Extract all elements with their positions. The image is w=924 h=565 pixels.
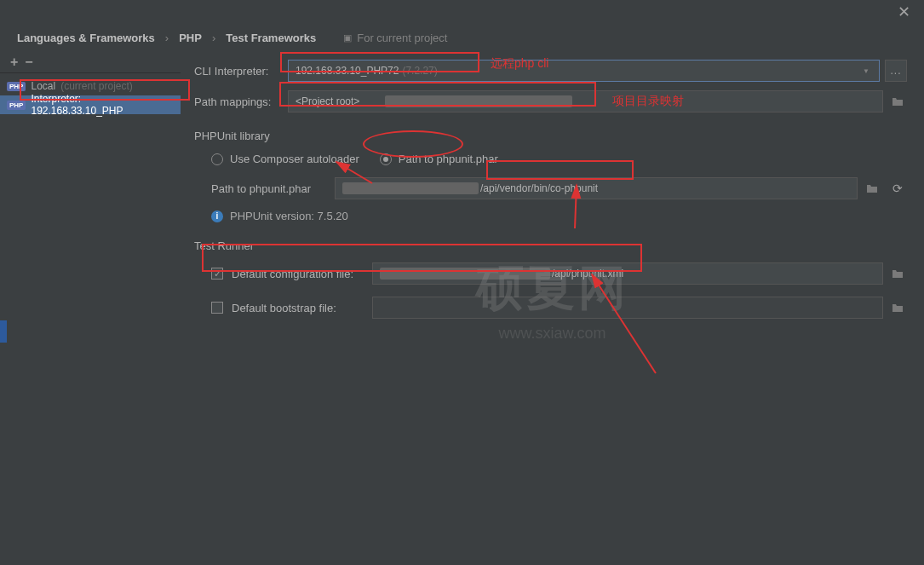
- php-badge-icon: PHP: [7, 101, 26, 110]
- sidebar-item-interpreter[interactable]: PHP Interpreter: 192.168.33.10_PHP: [0, 95, 181, 114]
- breadcrumb: Languages & Frameworks › PHP › Test Fram…: [0, 24, 924, 51]
- add-button[interactable]: +: [10, 55, 18, 70]
- folder-icon[interactable]: [888, 264, 907, 283]
- breadcrumb-languages[interactable]: Languages & Frameworks: [17, 32, 155, 44]
- main-panel: CLI Interpreter: 192.168.33.10_PHP72 (7.…: [181, 51, 924, 565]
- default-bootstrap-label: Default bootstrap file:: [232, 302, 372, 314]
- radio-label: Use Composer autoloader: [230, 153, 359, 165]
- default-config-value: /api/phpunit.xml: [552, 268, 623, 280]
- cli-interpreter-version: (7.2.27): [402, 65, 437, 77]
- cli-interpreter-value: 192.168.33.10_PHP72: [296, 65, 399, 77]
- browse-button[interactable]: ...: [885, 60, 907, 82]
- default-config-input[interactable]: /api/phpunit.xml: [372, 262, 883, 285]
- folder-icon[interactable]: [888, 92, 907, 111]
- radio-composer-autoloader[interactable]: Use Composer autoloader: [211, 153, 359, 165]
- folder-icon[interactable]: [888, 298, 907, 317]
- path-mappings-input[interactable]: <Project root>: [288, 90, 883, 112]
- close-icon[interactable]: ✕: [891, 3, 917, 21]
- radio-icon: [211, 153, 223, 165]
- project-icon: ▣: [343, 32, 352, 43]
- path-mappings-label: Path mappings:: [194, 95, 288, 108]
- radio-label: Path to phpunit.phar: [399, 153, 498, 165]
- phpunit-library-title: PHPUnit library: [194, 130, 907, 142]
- breadcrumb-sep: ›: [212, 32, 215, 44]
- phar-path-label: Path to phpunit.phar: [211, 182, 335, 195]
- folder-icon[interactable]: [863, 179, 881, 198]
- info-icon: i: [211, 210, 223, 222]
- redacted-text: [385, 95, 572, 107]
- default-config-checkbox[interactable]: [211, 268, 223, 280]
- phar-path-input[interactable]: /api/vendor/bin/co-phpunit: [335, 177, 858, 199]
- cli-interpreter-label: CLI Interpreter:: [194, 65, 288, 78]
- test-runner-title: Test Runner: [194, 239, 907, 252]
- phpunit-version-label: PHPUnit version: 7.5.20: [230, 210, 348, 222]
- titlebar: ✕: [0, 0, 924, 24]
- chevron-down-icon: ▼: [860, 65, 872, 77]
- project-hint: ▣ For current project: [343, 32, 447, 44]
- breadcrumb-testframeworks[interactable]: Test Frameworks: [226, 32, 316, 44]
- blue-side-strip: [0, 320, 7, 343]
- sidebar-item-label: Local: [31, 80, 55, 92]
- sidebar-item-label: Interpreter: 192.168.33.10_PHP: [31, 93, 174, 117]
- default-config-label: Default configuration file:: [232, 268, 372, 280]
- default-bootstrap-checkbox[interactable]: [211, 302, 223, 314]
- breadcrumb-php[interactable]: PHP: [179, 32, 202, 44]
- phpunit-version-info: i PHPUnit version: 7.5.20: [211, 210, 907, 222]
- project-hint-label: For current project: [357, 32, 447, 44]
- path-mappings-value: <Project root>: [296, 95, 359, 107]
- breadcrumb-sep: ›: [165, 32, 169, 44]
- sidebar-item-hint: (current project): [60, 80, 133, 92]
- redacted-text: [342, 182, 479, 194]
- refresh-icon[interactable]: ⟳: [888, 179, 907, 198]
- redacted-text: [380, 268, 550, 280]
- php-badge-icon: PHP: [7, 82, 26, 91]
- watermark-url: www.sxiaw.com: [476, 325, 629, 343]
- sidebar-toolbar: + −: [0, 51, 181, 73]
- sidebar: + − PHP Local (current project) PHP Inte…: [0, 51, 181, 565]
- radio-icon: [380, 153, 392, 165]
- sidebar-tree: PHP Local (current project) PHP Interpre…: [0, 73, 181, 565]
- cli-interpreter-dropdown[interactable]: 192.168.33.10_PHP72 (7.2.27) ▼: [288, 60, 880, 82]
- default-bootstrap-input[interactable]: [372, 297, 883, 319]
- radio-phpunit-phar[interactable]: Path to phpunit.phar: [380, 153, 498, 165]
- remove-button[interactable]: −: [25, 55, 32, 70]
- phar-path-value: /api/vendor/bin/co-phpunit: [480, 182, 598, 194]
